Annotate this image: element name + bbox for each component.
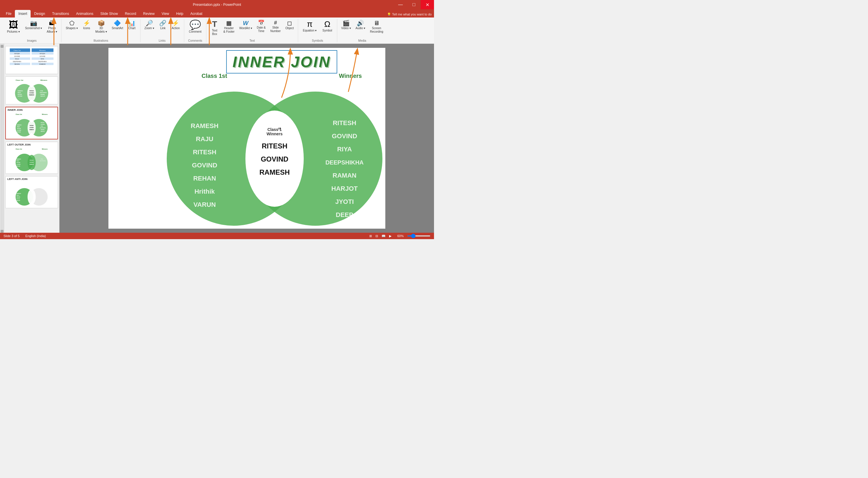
photo-album-icon: 🏔 — [49, 20, 55, 26]
illustrations-group-label: Illustrations — [94, 39, 108, 42]
svg-text:RAMAN: RAMAN — [333, 172, 356, 179]
close-button[interactable]: ✕ — [421, 0, 434, 9]
slide-thumb-1[interactable]: Class 1st Winners RITESH RITESH GOVIND G… — [5, 46, 58, 74]
shapes-button[interactable]: ⬠ Shapes ▾ — [64, 19, 80, 31]
pictures-icon: 🖼 — [9, 20, 18, 29]
slide-3-preview: Class 1st Winners RAMESH RAJU RITESH GOV… — [6, 112, 57, 138]
icons-button[interactable]: ⚡ Icons — [81, 19, 92, 31]
svg-text:HARJOT: HARJOT — [40, 95, 45, 97]
svg-text:RIYA: RIYA — [41, 58, 44, 60]
svg-text:RITESH: RITESH — [17, 162, 21, 163]
tab-review[interactable]: Review — [140, 10, 158, 18]
svg-text:RITESH: RITESH — [17, 128, 21, 129]
comment-button[interactable]: 💬 Comment — [187, 19, 204, 35]
class-1st-label: Class 1st — [202, 72, 227, 79]
ribbon-group-images: 🖼 Pictures ▾ 📷 Screenshot ▾ 🏔 PhotoAlbum… — [2, 19, 62, 42]
chart-button[interactable]: 📊 Chart — [126, 19, 138, 31]
svg-text:RAMESH: RAMESH — [29, 164, 34, 165]
view-normal[interactable]: ⊞ — [369, 234, 372, 238]
tab-file[interactable]: File — [2, 10, 15, 18]
svg-text:DEEPSHIKA: DEEPSHIKA — [13, 61, 21, 62]
slide-thumb-3[interactable]: INNER JOIN Class 1st Winners RAMESH RAJU… — [5, 107, 58, 140]
symbol-button[interactable]: Ω Symbol — [320, 19, 334, 33]
slide-thumb-5[interactable]: LEFT ANTI JOIN RAMESH RAJU REHAN Hrithik… — [5, 176, 58, 208]
screenshot-button[interactable]: 📷 Screenshot ▾ — [23, 19, 44, 31]
slide-content[interactable]: INNER JOIN Class 1st Winners RAMESH — [108, 48, 385, 229]
slide-number-button[interactable]: # SlideNumber — [269, 19, 283, 34]
svg-text:DEEPSHIKHA: DEEPSHIKHA — [325, 159, 364, 166]
svg-text:Winners: Winners — [40, 79, 48, 81]
tab-view[interactable]: View — [158, 10, 173, 18]
maximize-button[interactable]: □ — [407, 0, 421, 9]
slide-1-preview: Class 1st Winners RITESH RITESH GOVIND G… — [6, 47, 57, 73]
tab-slide-show[interactable]: Slide Show — [97, 10, 121, 18]
slide-5-preview: RAMESH RAJU REHAN Hrithik VARUN — [6, 181, 57, 207]
video-button[interactable]: 🎬 Video ▾ — [340, 19, 353, 31]
zoom-button[interactable]: 🔎 Zoom ▾ — [143, 19, 156, 31]
shapes-icon: ⬠ — [69, 20, 74, 26]
zoom-slider[interactable] — [407, 235, 431, 237]
svg-rect-13 — [10, 57, 30, 60]
text-box-button[interactable]: T TextBox — [209, 19, 220, 37]
inner-join-title-area: INNER JOIN — [181, 50, 382, 73]
photo-album-button[interactable]: 🏔 PhotoAlbum ▾ — [45, 19, 59, 35]
view-slide-sorter[interactable]: ⊟ — [375, 234, 378, 238]
slide-panel: Class 1st Winners RITESH RITESH GOVIND G… — [4, 44, 59, 233]
ribbon: 🖼 Pictures ▾ 📷 Screenshot ▾ 🏔 PhotoAlbum… — [0, 18, 434, 44]
equation-button[interactable]: π Equation ▾ — [301, 19, 319, 33]
screen-recording-button[interactable]: 🖥 ScreenRecording — [368, 19, 385, 35]
wordart-button[interactable]: W WordArt ▾ — [238, 19, 254, 31]
slide-thumb-4[interactable]: LEFT OUTER JOIN Class 1st Winners RAMESH… — [5, 142, 58, 174]
svg-text:GOVIND: GOVIND — [14, 55, 20, 57]
pictures-button[interactable]: 🖼 Pictures ▾ — [5, 19, 22, 35]
svg-rect-9 — [10, 55, 30, 57]
svg-text:RAJU: RAJU — [196, 135, 213, 143]
tab-transitions[interactable]: Transitions — [49, 10, 72, 18]
svg-text:Winners: Winners — [267, 131, 282, 136]
header-footer-button[interactable]: ▦ Header& Footer — [221, 19, 236, 35]
header-footer-icon: ▦ — [226, 20, 232, 26]
svg-text:RITESH: RITESH — [14, 53, 20, 55]
tab-animations[interactable]: Animations — [72, 10, 97, 18]
tab-design[interactable]: Design — [31, 10, 49, 18]
ribbon-group-text: T TextBox ▦ Header& Footer W WordArt ▾ 📅… — [206, 19, 298, 42]
slide-thumb-2[interactable]: Class 1st Winners RAMESH RAJU RITESH GOV… — [5, 77, 58, 104]
svg-text:HARJOT: HARJOT — [331, 185, 358, 192]
svg-text:Class 1st: Class 1st — [16, 148, 22, 150]
svg-point-86 — [28, 189, 36, 204]
svg-text:DEEP: DEEP — [336, 211, 353, 218]
inner-join-box[interactable]: INNER JOIN — [226, 50, 338, 73]
3d-models-button[interactable]: 📦 3DModels ▾ — [94, 19, 109, 35]
date-time-button[interactable]: 📅 Date &Time — [255, 19, 268, 34]
title-bar-text: Presentation.pptx - PowerPoint — [193, 3, 241, 7]
view-presenter[interactable]: ▶ — [389, 234, 392, 238]
tab-insert[interactable]: Insert — [15, 10, 31, 18]
audio-button[interactable]: 🔊 Audio ▾ — [354, 19, 367, 31]
svg-text:Class 1st: Class 1st — [13, 50, 21, 51]
slide-panel-scroll[interactable] — [0, 44, 4, 233]
svg-text:Winners: Winners — [42, 114, 48, 115]
main-area: Class 1st Winners RITESH RITESH GOVIND G… — [0, 44, 434, 233]
link-button[interactable]: 🔗 Link — [157, 19, 169, 31]
ribbon-tabs: File Insert Design Transitions Animation… — [0, 9, 434, 18]
ribbon-group-media: 🎬 Video ▾ 🔊 Audio ▾ 🖥 ScreenRecording Me… — [337, 19, 388, 42]
tab-record[interactable]: Record — [121, 10, 140, 18]
minimize-button[interactable]: — — [394, 0, 407, 9]
svg-text:GOVIND: GOVIND — [332, 132, 357, 140]
tab-help[interactable]: Help — [173, 10, 187, 18]
text-box-icon: T — [212, 20, 217, 28]
object-button[interactable]: ◻ Object — [284, 19, 296, 31]
tab-acrobat[interactable]: Acrobat — [187, 10, 206, 18]
svg-rect-5 — [10, 52, 30, 55]
svg-text:RITESH: RITESH — [18, 94, 22, 95]
action-button[interactable]: ⚡ Action — [170, 19, 182, 31]
svg-text:RAMESH: RAMESH — [29, 94, 34, 96]
view-reading[interactable]: 📖 — [381, 234, 385, 238]
svg-text:DEEPSHIKA: DEEPSHIKA — [38, 61, 46, 62]
smartart-icon: 🔷 — [114, 20, 121, 26]
svg-text:Class 1st: Class 1st — [16, 79, 23, 81]
smartart-button[interactable]: 🔷 SmartArt — [110, 19, 125, 31]
link-icon: 🔗 — [159, 20, 166, 26]
inner-join-heading: INNER JOIN — [232, 53, 331, 70]
tell-me-box[interactable]: 💡 Tell me what you want to do — [387, 12, 432, 16]
